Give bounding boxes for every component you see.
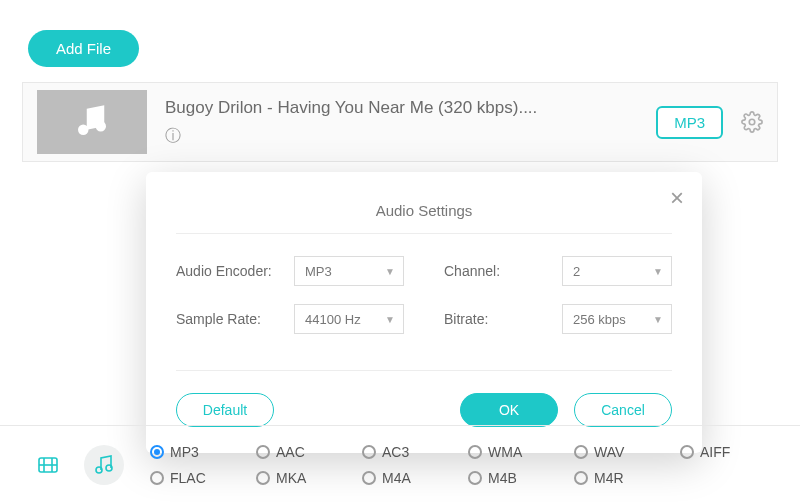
file-thumbnail xyxy=(37,90,147,154)
format-option-flac[interactable]: FLAC xyxy=(150,470,220,486)
channel-label: Channel: xyxy=(444,263,500,279)
format-option-mka[interactable]: MKA xyxy=(256,470,326,486)
bottom-bar: MP3AACAC3WMAWAVAIFFFLACMKAM4AM4BM4R xyxy=(0,425,800,503)
radio-icon xyxy=(150,445,164,459)
audio-encoder-label: Audio Encoder: xyxy=(176,263,272,279)
format-label: WMA xyxy=(488,444,522,460)
file-row: Bugoy Drilon - Having You Near Me (320 k… xyxy=(22,82,778,162)
format-option-wma[interactable]: WMA xyxy=(468,444,538,460)
sample-rate-value: 44100 Hz xyxy=(305,312,361,327)
format-option-m4b[interactable]: M4B xyxy=(468,470,538,486)
format-label: WAV xyxy=(594,444,624,460)
close-icon[interactable]: × xyxy=(670,186,684,210)
file-title: Bugoy Drilon - Having You Near Me (320 k… xyxy=(165,98,656,118)
radio-icon xyxy=(680,445,694,459)
format-option-m4a[interactable]: M4A xyxy=(362,470,432,486)
chevron-down-icon: ▼ xyxy=(385,314,395,325)
radio-icon xyxy=(468,471,482,485)
add-file-button[interactable]: Add File xyxy=(28,30,139,67)
radio-icon xyxy=(362,471,376,485)
format-label: M4A xyxy=(382,470,411,486)
dialog-title: Audio Settings xyxy=(176,192,672,234)
ok-button[interactable]: OK xyxy=(460,393,558,427)
radio-icon xyxy=(468,445,482,459)
radio-icon xyxy=(574,471,588,485)
format-label: MP3 xyxy=(170,444,199,460)
format-label: FLAC xyxy=(170,470,206,486)
format-label: M4R xyxy=(594,470,624,486)
sample-rate-select[interactable]: 44100 Hz ▼ xyxy=(294,304,404,334)
channel-value: 2 xyxy=(573,264,580,279)
format-option-wav[interactable]: WAV xyxy=(574,444,644,460)
radio-icon xyxy=(362,445,376,459)
chevron-down-icon: ▼ xyxy=(653,266,663,277)
video-mode-icon[interactable] xyxy=(28,445,68,485)
audio-encoder-select[interactable]: MP3 ▼ xyxy=(294,256,404,286)
info-icon[interactable]: ⓘ xyxy=(165,127,181,144)
sample-rate-label: Sample Rate: xyxy=(176,311,261,327)
format-badge[interactable]: MP3 xyxy=(656,106,723,139)
music-note-icon xyxy=(71,100,113,145)
format-label: AC3 xyxy=(382,444,409,460)
format-option-mp3[interactable]: MP3 xyxy=(150,444,220,460)
default-button[interactable]: Default xyxy=(176,393,274,427)
dialog-divider xyxy=(176,370,672,371)
format-label: M4B xyxy=(488,470,517,486)
format-option-aac[interactable]: AAC xyxy=(256,444,326,460)
audio-settings-dialog: × Audio Settings Audio Encoder: MP3 ▼ Sa… xyxy=(146,172,702,453)
cancel-button[interactable]: Cancel xyxy=(574,393,672,427)
format-option-m4r[interactable]: M4R xyxy=(574,470,644,486)
bitrate-select[interactable]: 256 kbps ▼ xyxy=(562,304,672,334)
radio-icon xyxy=(574,445,588,459)
svg-point-1 xyxy=(96,121,107,132)
radio-icon xyxy=(150,471,164,485)
channel-select[interactable]: 2 ▼ xyxy=(562,256,672,286)
bitrate-label: Bitrate: xyxy=(444,311,488,327)
audio-mode-icon[interactable] xyxy=(84,445,124,485)
svg-point-0 xyxy=(78,124,89,135)
chevron-down-icon: ▼ xyxy=(653,314,663,325)
file-meta: Bugoy Drilon - Having You Near Me (320 k… xyxy=(165,98,656,147)
audio-encoder-value: MP3 xyxy=(305,264,332,279)
format-label: MKA xyxy=(276,470,306,486)
radio-icon xyxy=(256,445,270,459)
svg-point-2 xyxy=(749,119,755,125)
radio-icon xyxy=(256,471,270,485)
bitrate-value: 256 kbps xyxy=(573,312,626,327)
chevron-down-icon: ▼ xyxy=(385,266,395,277)
gear-icon[interactable] xyxy=(741,111,763,133)
format-option-aiff[interactable]: AIFF xyxy=(680,444,750,460)
format-label: AAC xyxy=(276,444,305,460)
format-option-ac3[interactable]: AC3 xyxy=(362,444,432,460)
format-label: AIFF xyxy=(700,444,730,460)
format-radio-group: MP3AACAC3WMAWAVAIFFFLACMKAM4AM4BM4R xyxy=(140,444,772,486)
